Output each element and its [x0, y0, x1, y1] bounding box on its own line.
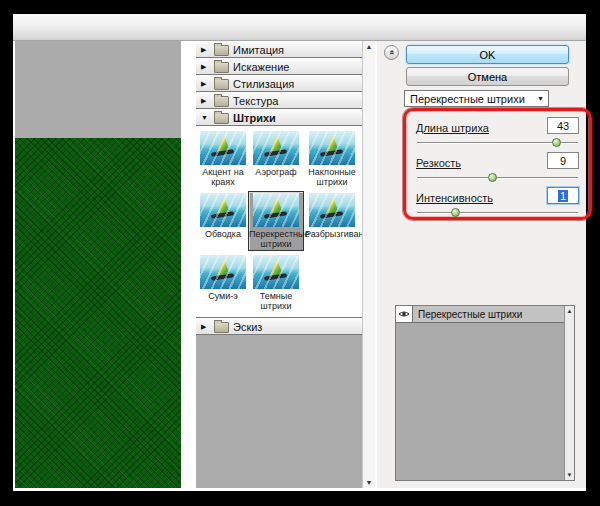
dialog-titlebar[interactable]	[13, 14, 586, 41]
strength-label: Интенсивность	[416, 192, 493, 204]
double-chevron-up-icon: «	[387, 50, 396, 55]
effect-layer-row[interactable]: Перекрестные штрихи	[396, 306, 564, 323]
visibility-toggle[interactable]	[396, 306, 413, 322]
slider-group-strength: Интенсивность 1	[416, 187, 579, 218]
filter-thumb-accented-edges[interactable]: Акцент на краях	[198, 129, 248, 189]
expand-arrow-icon: ▶	[201, 80, 210, 88]
ok-button[interactable]: OK	[406, 45, 569, 64]
dropdown-value: Перекрестные штрихи	[410, 93, 525, 105]
effect-layers-list: Перекрестные штрихи ▲ ▼	[395, 305, 575, 481]
expand-arrow-icon: ▶	[201, 323, 210, 331]
filter-thumb-label: Акцент на краях	[199, 167, 247, 187]
scroll-up-icon[interactable]: ▲	[567, 308, 573, 314]
stroke-length-slider[interactable]	[417, 137, 578, 148]
filter-thumb-dark-strokes[interactable]: Темные штрихи	[248, 253, 304, 313]
expand-arrow-icon: ▶	[201, 97, 210, 105]
effects-scrollbar[interactable]: ▲ ▼	[564, 306, 574, 480]
filter-thumbnail-image	[200, 193, 246, 227]
filter-gallery-dialog: ▶ Имитация ▶ Искажение ▶ Стилизация ▶	[13, 14, 586, 491]
filter-category-list: ▶ Имитация ▶ Искажение ▶ Стилизация ▶	[196, 41, 362, 335]
filter-thumb-airbrush[interactable]: Аэрограф	[248, 129, 304, 189]
collapse-panel-button[interactable]: «	[384, 45, 399, 60]
category-sketch[interactable]: ▶ Эскиз	[196, 318, 362, 335]
slider-group-stroke-length: Длина штриха 43	[416, 117, 579, 148]
filter-thumb-angled-strokes[interactable]: Наклонные штрихи	[304, 129, 360, 189]
filter-thumbnail-image	[309, 193, 355, 227]
scroll-down-icon[interactable]: ▼	[366, 479, 373, 486]
filter-thumb-label: Темные штрихи	[249, 291, 303, 311]
slider-thumb[interactable]	[451, 208, 460, 217]
filter-thumbnail-image	[253, 193, 299, 227]
scroll-up-icon[interactable]: ▲	[366, 43, 373, 50]
sharpness-value[interactable]: 9	[547, 152, 579, 169]
category-artistic[interactable]: ▶ Имитация	[196, 41, 362, 58]
filter-thumb-label: Обводка	[205, 229, 241, 239]
folder-icon	[214, 322, 229, 333]
cancel-button[interactable]: Отмена	[406, 67, 569, 86]
slider-group-sharpness: Резкость 9	[416, 152, 579, 183]
slider-thumb[interactable]	[488, 173, 497, 182]
folder-icon	[214, 96, 229, 107]
filter-list-panel: ▶ Имитация ▶ Искажение ▶ Стилизация ▶	[196, 41, 375, 488]
expand-arrow-icon: ▶	[201, 63, 210, 71]
filter-thumb-label: Наклонные штрихи	[305, 167, 359, 187]
filter-thumbnail-grid: Акцент на краях Аэрограф Наклонные штрих…	[196, 126, 362, 318]
sharpness-label: Резкость	[416, 157, 461, 169]
dialog-content: ▶ Имитация ▶ Искажение ▶ Стилизация ▶	[13, 41, 586, 491]
folder-icon	[214, 45, 229, 56]
filter-thumb-crosshatch-selected[interactable]: Перекрестные штрихи	[248, 191, 304, 251]
scroll-down-icon[interactable]: ▼	[567, 472, 573, 478]
filter-list-scrollbar[interactable]: ▲ ▼	[362, 41, 375, 488]
filter-thumbnail-image	[253, 255, 299, 289]
selected-text: 1	[558, 190, 568, 202]
folder-icon	[214, 79, 229, 90]
slider-thumb[interactable]	[552, 138, 561, 147]
effect-layer-name: Перекрестные штрихи	[413, 306, 564, 322]
folder-icon	[214, 62, 229, 73]
dropdown-arrow-icon: ▼	[537, 95, 548, 102]
red-highlight-annotation: Длина штриха 43 Резкость 9	[403, 108, 592, 220]
image-preview-pane	[15, 41, 181, 488]
category-brush-strokes[interactable]: ▼ Штрихи	[196, 109, 362, 126]
filter-thumbnail-image	[200, 131, 246, 165]
collapse-arrow-icon: ▼	[201, 114, 210, 121]
filter-thumb-label: Разбрызгивание	[305, 229, 359, 239]
filter-select-dropdown[interactable]: Перекрестные штрихи ▼	[404, 90, 549, 107]
preview-image-green	[15, 138, 181, 488]
filter-thumb-label: Перекрестные штрихи	[249, 229, 303, 249]
filter-thumb-ink-outlines[interactable]: Обводка	[198, 191, 248, 251]
category-texture[interactable]: ▶ Текстура	[196, 92, 362, 109]
filter-thumb-sumi-e[interactable]: Суми-э	[198, 253, 248, 313]
strength-slider[interactable]	[417, 207, 578, 218]
filter-thumb-label: Суми-э	[208, 291, 238, 301]
filter-thumbnail-image	[253, 131, 299, 165]
filter-thumbnail-image	[200, 255, 246, 289]
settings-panel: « OK Отмена Перекрестные штрихи ▼ Длина …	[377, 41, 586, 488]
filter-thumbnail-image	[309, 131, 355, 165]
sharpness-slider[interactable]	[417, 172, 578, 183]
filter-thumb-spatter[interactable]: Разбрызгивание	[304, 191, 360, 251]
stroke-length-value[interactable]: 43	[547, 117, 579, 134]
eye-icon	[398, 310, 410, 318]
category-distort[interactable]: ▶ Искажение	[196, 58, 362, 75]
category-stylize[interactable]: ▶ Стилизация	[196, 75, 362, 92]
strength-value-focused[interactable]: 1	[547, 187, 579, 204]
stroke-length-label: Длина штриха	[416, 122, 489, 134]
expand-arrow-icon: ▶	[201, 46, 210, 54]
folder-open-icon	[214, 113, 229, 124]
filter-thumb-label: Аэрограф	[255, 167, 297, 177]
